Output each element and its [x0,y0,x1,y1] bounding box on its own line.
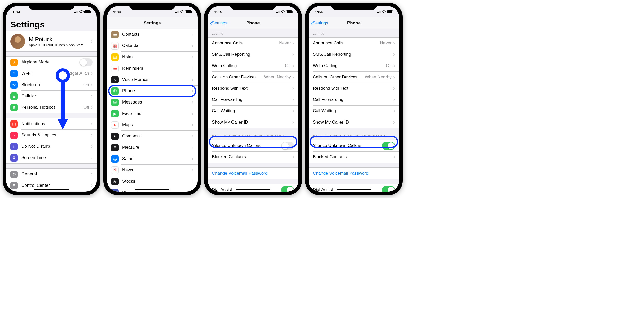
airplane-mode-toggle[interactable] [79,58,93,66]
phone-row[interactable]: ✆Phone› [107,85,198,97]
chevron-right-icon: › [192,167,193,173]
calls-section-header: CALLS [208,30,298,37]
compass-icon: ✦ [111,133,119,140]
battery-icon [84,10,91,13]
voice-memos-row[interactable]: ∿Voice Memos› [107,74,198,85]
home-indicator[interactable] [236,189,270,190]
chevron-right-icon: › [91,71,93,76]
shortcuts-label: Shortcuts [122,190,192,192]
maps-label: Maps [122,122,192,127]
screen-time-icon: ⧗ [10,154,18,162]
calls-on-other-devices-detail: When Nearby [365,74,392,80]
silence-unknown-callers-toggle[interactable] [382,142,395,150]
profile-cell[interactable]: M Potuck Apple ID, iCloud, iTunes & App … [6,31,97,52]
announce-calls-detail: Never [279,41,291,46]
change-voicemail-password-row[interactable]: Change Voicemail Password [309,168,399,179]
dial-assist-toggle[interactable] [281,186,294,192]
phone-frame-1: 1:04 Settings M Potuck Apple ID, iCloud,… [3,3,100,195]
chevron-right-icon: › [91,155,93,161]
general-row[interactable]: ⚙General› [6,169,97,180]
bluetooth-row[interactable]: ⌥BluetoothOn› [6,79,97,90]
safari-row[interactable]: ◎Safari› [107,153,198,164]
announce-calls-row[interactable]: Announce CallsNever› [309,38,399,49]
personal-hotspot-row[interactable]: ⊕Personal HotspotOff› [6,102,97,113]
wi-fi-calling-row[interactable]: Wi-Fi CallingOff› [309,60,399,71]
chevron-right-icon: › [91,171,93,177]
calendar-row[interactable]: ▦Calendar› [107,40,198,51]
dial-assist-row[interactable]: Dial Assist [309,184,399,192]
respond-with-text-row[interactable]: Respond with Text› [208,83,298,94]
chevron-right-icon: › [91,82,93,88]
chevron-right-icon: › [393,108,395,114]
silence-unknown-callers-toggle[interactable] [281,142,294,150]
reminders-row[interactable]: ☰Reminders› [107,63,198,74]
silencing-section-header: CALL SILENCING AND BLOCKED CONTACTS [309,133,399,140]
screen-time-row[interactable]: ⧗Screen Time› [6,152,97,163]
back-button[interactable]: ‹Settings [210,20,227,26]
home-indicator[interactable] [337,189,371,190]
compass-row[interactable]: ✦Compass› [107,130,198,142]
measure-row[interactable]: ≡Measure› [107,142,198,153]
call-waiting-row[interactable]: Call Waiting› [309,105,399,117]
profile-subtitle: Apple ID, iCloud, iTunes & App Store [29,43,91,47]
signal-icon [276,11,280,13]
airplane-mode-row[interactable]: ✈Airplane Mode [6,57,97,68]
wi-fi-calling-row[interactable]: Wi-Fi CallingOff› [208,60,298,71]
dial-assist-toggle[interactable] [382,186,395,192]
call-forwarding-row[interactable]: Call Forwarding› [309,94,399,105]
control-center-icon: ⊟ [10,182,18,189]
sms-call-reporting-row[interactable]: SMS/Call Reporting› [208,49,298,60]
notifications-label: Notifications [21,121,91,126]
notifications-row[interactable]: ▢Notifications› [6,118,97,129]
dial-assist-row[interactable]: Dial Assist [208,184,298,192]
silence-unknown-callers-row[interactable]: Silence Unknown Callers [309,140,399,151]
contacts-row[interactable]: ☷Contacts› [107,29,198,40]
show-my-caller-id-row[interactable]: Show My Caller ID› [208,117,298,128]
bluetooth-detail: On [83,82,89,87]
stocks-row[interactable]: ≋Stocks› [107,176,198,187]
respond-with-text-row[interactable]: Respond with Text› [309,83,399,94]
sms-call-reporting-row[interactable]: SMS/Call Reporting› [309,49,399,60]
wifi-icon [180,10,184,13]
silence-unknown-callers-row[interactable]: Silence Unknown Callers [208,140,298,151]
home-indicator[interactable] [34,189,69,190]
nav-title: Phone [246,21,260,26]
screen-time-label: Screen Time [21,155,91,160]
stocks-label: Stocks [122,179,192,184]
calls-on-other-devices-row[interactable]: Calls on Other DevicesWhen Nearby› [309,71,399,83]
calls-section-header: CALLS [309,30,399,37]
home-indicator[interactable] [135,189,169,190]
messages-row[interactable]: ✉Messages› [107,97,198,108]
navigation-bar: ‹Settings Phone [208,17,298,29]
sounds-haptics-row[interactable]: ♪Sounds & Haptics› [6,129,97,141]
maps-row[interactable]: ➤Maps› [107,119,198,130]
announce-calls-row[interactable]: Announce CallsNever› [208,38,298,49]
chevron-right-icon: › [192,156,193,162]
facetime-row[interactable]: ▶FaceTime› [107,108,198,119]
wi-fi-detail: Edgar Allan [67,71,89,76]
wi-fi-row[interactable]: ⌔Wi-FiEdgar Allan› [6,68,97,79]
do-not-disturb-row[interactable]: ☾Do Not Disturb› [6,141,97,152]
stocks-icon: ≋ [111,178,119,185]
notes-row[interactable]: ▤Notes› [107,51,198,63]
chevron-right-icon: › [192,179,193,184]
calls-on-other-devices-row[interactable]: Calls on Other DevicesWhen Nearby› [208,71,298,83]
cellular-row[interactable]: ⊞Cellular› [6,90,97,102]
call-forwarding-label: Call Forwarding [309,97,393,102]
call-forwarding-row[interactable]: Call Forwarding› [208,94,298,105]
blocked-contacts-row[interactable]: Blocked Contacts › [309,151,399,163]
call-waiting-row[interactable]: Call Waiting› [208,105,298,117]
do-not-disturb-icon: ☾ [10,143,18,150]
news-label: News [122,167,192,173]
change-voicemail-password-row[interactable]: Change Voicemail Password [208,168,298,179]
blocked-contacts-row[interactable]: Blocked Contacts › [208,151,298,163]
notes-label: Notes [122,54,192,60]
chevron-right-icon: › [192,66,193,71]
news-row[interactable]: NNews› [107,164,198,176]
airplane-mode-label: Airplane Mode [21,60,79,65]
calendar-label: Calendar [122,43,192,48]
back-button[interactable]: ‹Settings [311,20,328,26]
show-my-caller-id-row[interactable]: Show My Caller ID› [309,117,399,128]
signal-icon [175,11,179,13]
messages-label: Messages [122,100,192,105]
